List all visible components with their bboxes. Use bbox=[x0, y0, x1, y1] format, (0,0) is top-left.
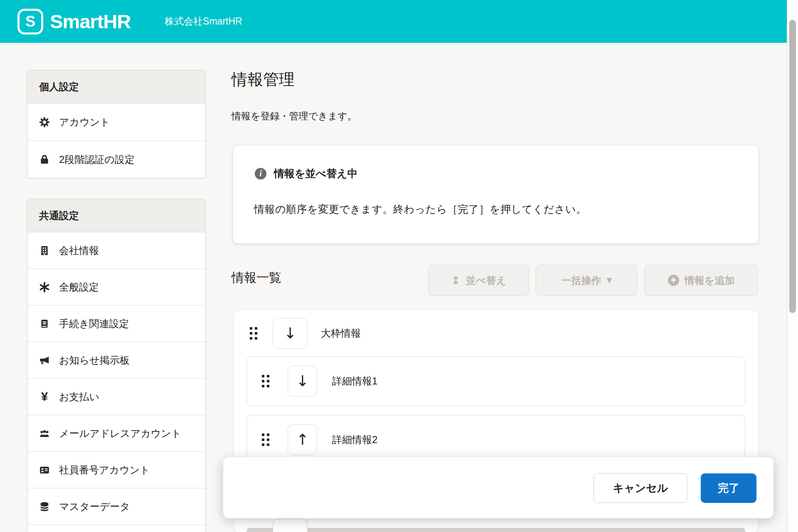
add-info-label: 情報を追加 bbox=[685, 274, 735, 287]
lock-icon bbox=[39, 154, 50, 165]
list-item-row: ↓ 詳細情報1 bbox=[246, 356, 745, 406]
sidebar-item-label: メールアドレスアカウント bbox=[59, 427, 181, 440]
item-label: 詳細情報2 bbox=[332, 433, 377, 446]
sidebar-item-label: お知らせ掲示板 bbox=[59, 354, 130, 367]
gear-icon bbox=[39, 117, 50, 128]
smarthr-logo-icon: S bbox=[17, 9, 43, 34]
sidebar-item-payment[interactable]: ¥ お支払い bbox=[27, 379, 205, 415]
sidebar-item-account[interactable]: アカウント bbox=[27, 103, 205, 141]
yen-icon: ¥ bbox=[39, 392, 50, 402]
sidebar-item-company-info[interactable]: 会社情報 bbox=[27, 232, 205, 269]
sidebar-item-employee-number-accounts[interactable]: 社員番号アカウント bbox=[27, 452, 205, 488]
item-label: 詳細情報1 bbox=[332, 374, 377, 388]
notice-title: 情報を並べ替え中 bbox=[274, 167, 358, 180]
building-icon bbox=[39, 245, 50, 256]
arrow-up-icon: ↑ bbox=[296, 432, 308, 447]
sidebar-item-procedure-settings[interactable]: 手続き関連設定 bbox=[27, 305, 205, 342]
drag-handle-icon[interactable] bbox=[261, 433, 270, 446]
info-icon: i bbox=[255, 168, 266, 180]
move-down-button[interactable]: ↓ bbox=[273, 318, 308, 349]
move-down-button[interactable]: ↓ bbox=[288, 366, 317, 397]
sidebar-section-title-personal: 個人設定 bbox=[27, 70, 205, 103]
page-title: 情報管理 bbox=[232, 69, 295, 90]
sidebar-item-announcement-board[interactable]: お知らせ掲示板 bbox=[27, 342, 205, 379]
chevron-down-icon: ▼ bbox=[606, 277, 612, 284]
add-info-button[interactable]: + 情報を追加 bbox=[644, 265, 758, 296]
smarthr-settings-screen: S SmartHR 株式会社SmartHR 個人設定 アカウント 2段階認証の設… bbox=[0, 0, 798, 532]
scrollbar-track[interactable] bbox=[787, 0, 798, 532]
sidebar-item-label: アカウント bbox=[59, 116, 110, 129]
list-group-row: ↓ 大枠情報 bbox=[234, 310, 758, 356]
company-name: 株式会社SmartHR bbox=[165, 15, 242, 28]
bulk-actions-label: 一括操作 bbox=[561, 274, 601, 287]
page-subtitle: 情報を登録・管理できます。 bbox=[232, 110, 357, 123]
sidebar-item-label: 会社情報 bbox=[59, 244, 99, 257]
sidebar-personal-settings: 個人設定 アカウント 2段階認証の設定 bbox=[27, 70, 206, 178]
notice-body: 情報の順序を変更できます。終わったら［完了］を押してください。 bbox=[254, 202, 586, 216]
reordering-notice-card: i 情報を並べ替え中 情報の順序を変更できます。終わったら［完了］を押してくださ… bbox=[233, 146, 758, 243]
sidebar-item-label: お支払い bbox=[59, 390, 99, 404]
sidebar-item-label: 2段階認証の設定 bbox=[59, 153, 135, 166]
arrow-down-icon: ↓ bbox=[284, 326, 296, 341]
sidebar-item-master-data[interactable]: マスターデータ bbox=[27, 488, 205, 525]
sidebar-item-label: 社員番号アカウント bbox=[59, 463, 150, 477]
arrow-down-icon: ↓ bbox=[296, 374, 308, 389]
sidebar-item-label: マスターデータ bbox=[59, 500, 130, 513]
sidebar-item-two-factor-auth[interactable]: 2段階認証の設定 bbox=[27, 141, 205, 178]
sidebar-common-settings: 共通設定 会社情報 全般設定 bbox=[27, 199, 206, 532]
smarthr-logo-wordmark: SmartHR bbox=[50, 10, 131, 33]
cancel-button[interactable]: キャンセル bbox=[594, 473, 687, 503]
sidebar-item-label: 全般設定 bbox=[59, 281, 99, 294]
users-icon bbox=[39, 428, 50, 439]
sidebar-item-email-accounts[interactable]: メールアドレスアカウント bbox=[27, 415, 205, 452]
next-row-partial bbox=[246, 528, 745, 532]
app-header: S SmartHR 株式会社SmartHR bbox=[0, 0, 787, 43]
sidebar-item-label: 手続き関連設定 bbox=[59, 317, 129, 330]
done-button[interactable]: 完了 bbox=[701, 473, 756, 503]
sort-arrows-icon: ↕ bbox=[451, 275, 461, 286]
drag-handle-icon[interactable] bbox=[261, 374, 270, 388]
database-icon bbox=[39, 501, 50, 512]
list-heading: 情報一覧 bbox=[232, 269, 281, 286]
move-up-button[interactable]: ↑ bbox=[288, 424, 317, 455]
scrollbar-thumb[interactable] bbox=[789, 20, 796, 313]
id-card-icon bbox=[39, 465, 50, 475]
sidebar-item-partial[interactable] bbox=[27, 525, 205, 532]
asterisk-icon bbox=[39, 282, 50, 293]
sort-button-label: 並べ替え bbox=[466, 274, 506, 287]
group-label: 大枠情報 bbox=[321, 327, 361, 340]
next-row-button-partial bbox=[273, 519, 308, 532]
megaphone-icon bbox=[39, 355, 50, 366]
plus-circle-icon: + bbox=[668, 275, 679, 286]
book-icon bbox=[39, 318, 50, 329]
drag-handle-icon[interactable] bbox=[249, 327, 258, 340]
sort-button[interactable]: ↕ 並べ替え bbox=[428, 265, 529, 296]
sidebar-section-title-common: 共通設定 bbox=[27, 199, 205, 232]
floating-action-bar: キャンセル 完了 bbox=[223, 457, 773, 518]
bulk-actions-button[interactable]: 一括操作 ▼ bbox=[536, 265, 638, 296]
sidebar-item-general-settings[interactable]: 全般設定 bbox=[27, 269, 205, 305]
list-toolbar: ↕ 並べ替え 一括操作 ▼ + 情報を追加 bbox=[428, 265, 758, 296]
smarthr-logo[interactable]: S SmartHR bbox=[17, 9, 131, 34]
